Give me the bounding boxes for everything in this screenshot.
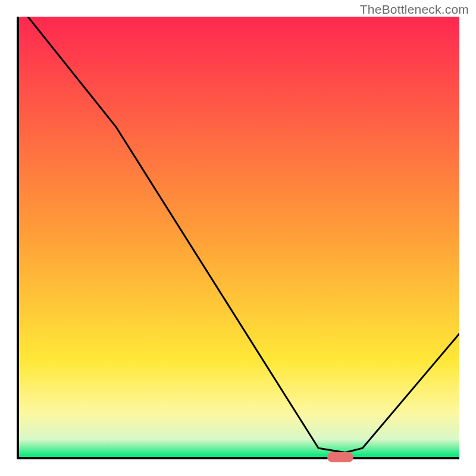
watermark-text: TheBottleneck.com xyxy=(360,2,469,17)
bottleneck-curve xyxy=(19,17,459,457)
chart-plot-area xyxy=(17,17,459,459)
optimal-marker xyxy=(327,452,353,462)
